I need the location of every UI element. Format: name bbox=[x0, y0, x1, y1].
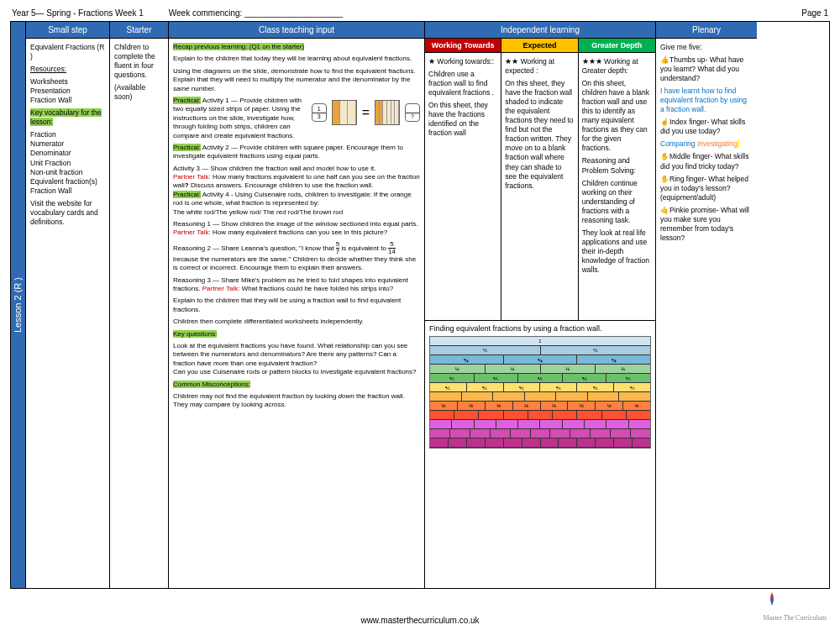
lesson-title: Equivalent Fractions (R ) bbox=[30, 43, 105, 61]
level-expected: Expected bbox=[501, 39, 578, 53]
fraction-wall-diagram: 1 ½½ ⅓⅓⅓ ¼¼¼¼ ⅕⅕⅕⅕⅕ ⅙⅙⅙⅙⅙⅙ ⅛⅛⅛⅛⅛⅛⅛⅛ bbox=[429, 336, 651, 449]
ex-content: ★★ Working at expected : On this sheet, … bbox=[501, 53, 578, 320]
fraction-wall-section: Finding equivalent fractions by using a … bbox=[425, 320, 655, 452]
equivalent-fraction-diagram: 13 = ? bbox=[312, 100, 420, 125]
page-header: Year 5— Spring - Fractions Week 1 Week c… bbox=[10, 8, 830, 18]
level-working-towards: Working Towards bbox=[425, 39, 501, 53]
col-plenary: Plenary Give me five: 👍Thumbs up- What h… bbox=[656, 22, 757, 588]
gd-content: ★★★ Working at Greater depth: On this sh… bbox=[579, 53, 655, 320]
level-greater-depth: Greater Depth bbox=[579, 39, 655, 53]
col-starter: Starter Children to complete the fluent … bbox=[110, 22, 169, 588]
lesson-sidebar: Lesson 2 (R ) bbox=[11, 22, 26, 588]
plenary-thumb-answer: I have learnt how to find equivalent fra… bbox=[660, 87, 753, 114]
doc-title: Year 5— Spring - Fractions Week 1 bbox=[12, 8, 144, 18]
col-teaching-input: Class teaching input Recap previous lear… bbox=[169, 22, 425, 588]
footer-url: www.masterthecurriculum.co.uk bbox=[0, 616, 840, 625]
brand-logo: Master The Curriculum bbox=[764, 592, 827, 622]
page-number: Page 1 bbox=[801, 8, 828, 18]
vocab-label: Key vocabulary for the lesson: bbox=[30, 108, 102, 126]
plan-grid: Lesson 2 (R ) Small step Equivalent Frac… bbox=[10, 21, 830, 589]
resources-list: Worksheets Presentation Fraction Wall bbox=[30, 77, 105, 105]
starter-text: Children to complete the fluent in four … bbox=[114, 43, 164, 80]
lesson-plan-page: Year 5— Spring - Fractions Week 1 Week c… bbox=[0, 0, 840, 597]
week-commencing: Week commencing: _____________________ bbox=[169, 8, 343, 18]
vocab-list: Fraction Numerator Denominator Unit Frac… bbox=[30, 130, 105, 195]
website-note: Visit the website for vocabulary cards a… bbox=[30, 199, 105, 227]
wt-content: ★ Working towards:: Children use a fract… bbox=[425, 53, 501, 320]
flame-icon bbox=[764, 592, 780, 612]
col-independent: Independent learning Working Towards Exp… bbox=[425, 22, 656, 588]
starter-availability: (Available soon) bbox=[114, 83, 164, 102]
col-small-step: Small step Equivalent Fractions (R ) Res… bbox=[26, 22, 110, 588]
resources-label: Resources: bbox=[30, 65, 66, 73]
